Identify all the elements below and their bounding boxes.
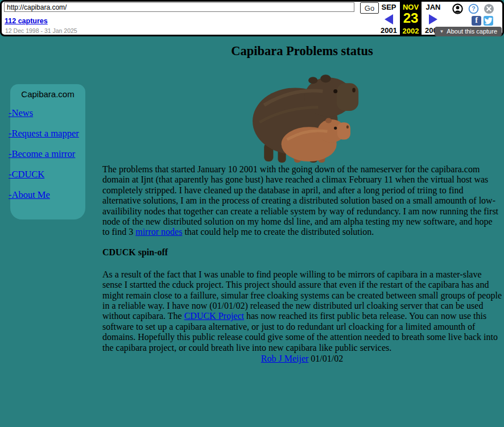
sidebar-item-news[interactable]: -News [9,108,85,118]
current-day-label[interactable]: 23 [400,11,422,25]
current-capture-column: NOV 23 2002 [400,0,422,36]
prev-year-label: 2001 [378,26,399,35]
prev-capture-column: SEP 2001 [378,2,399,35]
prev-month-label: SEP [378,3,399,11]
cduck-project-link[interactable]: CDUCK Project [184,311,244,321]
main-content: Capibara Problems status [102,37,502,364]
paragraph1-text-after: that could help me to create the distrib… [182,227,374,237]
capybara-image [102,67,502,164]
paragraph1-text: The problems that started January 10 200… [102,164,498,237]
facebook-icon[interactable]: f [472,16,481,26]
account-icon[interactable] [452,3,463,14]
site-logo-text: Capibara.com [10,84,85,99]
next-capture-arrow-icon[interactable] [429,14,437,24]
wayback-toolbar: Go 112 captures 12 Dec 1998 - 31 Jan 202… [0,0,504,36]
url-input[interactable] [4,2,354,12]
signature-line: Rob J Meijer 01/01/02 [102,354,502,364]
prev-capture-arrow-icon[interactable] [385,14,393,24]
sidebar-item-about-me[interactable]: -About Me [9,190,85,200]
chevron-down-icon: ▼ [439,29,444,34]
page-title: Capibara Problems status [102,44,502,59]
paragraph-cduck: As a result of the fact that I was unabl… [102,270,502,353]
paragraph-problems: The problems that started January 10 200… [102,164,502,238]
current-year-label: 2002 [400,27,422,35]
next-month-label: JAN [423,3,444,11]
close-icon[interactable] [484,3,494,14]
sidebar-item-request-a-mapper[interactable]: -Request a mapper [9,128,85,139]
go-button[interactable]: Go [360,2,379,14]
cduck-spinoff-heading: CDUCK spin-off [102,247,502,258]
twitter-icon[interactable] [484,16,493,26]
signature-date: 01/01/02 [308,354,343,363]
capture-date-range: 12 Dec 1998 - 31 Jan 2025 [5,27,77,34]
sidebar-item-cduck[interactable]: -CDUCK [9,169,85,180]
about-this-capture-button[interactable]: ▼About this capture [435,27,502,36]
help-icon[interactable]: ? [468,3,479,14]
sidebar-item-become-a-mirror[interactable]: -Become a mirror [9,149,85,159]
svg-text:?: ? [472,6,475,12]
captures-link[interactable]: 112 captures [5,17,48,25]
author-link[interactable]: Rob J Meijer [261,354,309,363]
mirror-nodes-link[interactable]: mirror nodes [135,227,182,237]
site-sidebar: Capibara.com -News -Request a mapper -Be… [10,84,85,219]
about-capture-label: About this capture [447,28,497,35]
sidebar-nav: -News -Request a mapper -Become a mirror… [10,108,85,200]
